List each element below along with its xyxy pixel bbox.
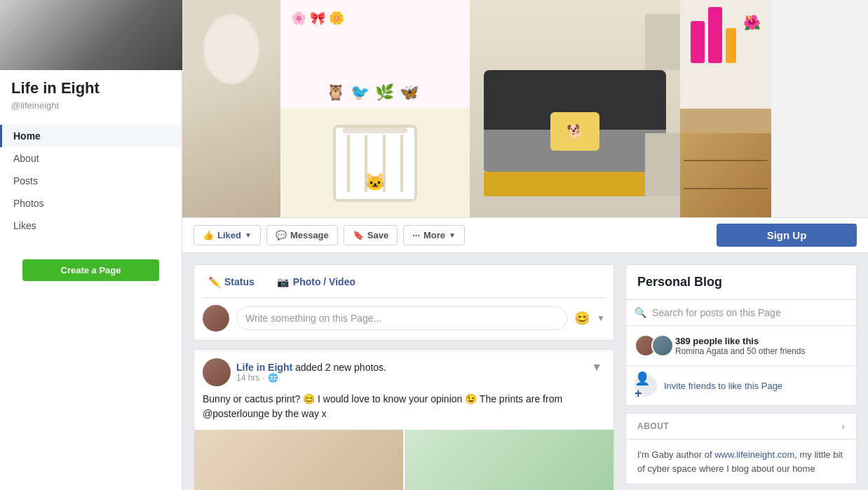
composer-options-button[interactable]: ▼	[597, 313, 605, 323]
post-images	[194, 430, 613, 490]
post-card: Life in Eight added 2 new photos. 14 hrs…	[194, 349, 614, 490]
search-box: 🔍	[626, 300, 856, 326]
search-icon: 🔍	[635, 307, 646, 318]
more-dots-icon: ···	[412, 230, 420, 240]
composer-tabs: ✏️ Status 📷 Photo / Video	[203, 273, 605, 298]
about-panel: ABOUT › I'm Gaby author of www.lifeineig…	[625, 413, 857, 484]
post-meta: 14 hrs · 🌐	[236, 373, 386, 383]
chevron-right-icon[interactable]: ›	[841, 421, 845, 432]
sidebar-nav: Home About Posts Photos Likes	[0, 125, 182, 237]
post-header: Life in Eight added 2 new photos. 14 hrs…	[194, 350, 613, 392]
add-friend-icon: 👤+	[635, 374, 657, 397]
post-author-name[interactable]: Life in Eight added 2 new photos.	[236, 362, 386, 373]
about-description: I'm Gaby author of www.lifeineight.com, …	[637, 448, 845, 475]
post-image-2[interactable]	[405, 430, 613, 490]
sidebar-item-home[interactable]: Home	[0, 125, 182, 147]
message-icon: 💬	[276, 230, 287, 240]
sidebar-item-likes[interactable]: Likes	[0, 215, 182, 237]
sidebar-item-posts[interactable]: Posts	[0, 170, 182, 192]
about-body: I'm Gaby author of www.lifeineight.com, …	[626, 440, 856, 484]
post-author: Life in Eight added 2 new photos. 14 hrs…	[203, 358, 386, 386]
photo-video-tab[interactable]: 📷 Photo / Video	[271, 273, 361, 290]
separator-dot: ·	[262, 373, 264, 383]
post-author-info: Life in Eight added 2 new photos. 14 hrs…	[236, 362, 386, 383]
more-button[interactable]: ··· More ▼	[403, 225, 465, 245]
right-sidebar: Personal Blog 🔍 389 people like this Rom…	[625, 264, 857, 490]
feed-column: ✏️ Status 📷 Photo / Video Write somethin…	[194, 264, 614, 490]
left-sidebar: Life in Eight @lifeineight Home About Po…	[0, 0, 182, 490]
page-handle: @lifeineight	[11, 100, 170, 111]
composer-user-row: Write something on this Page... 😊 ▼	[203, 305, 605, 332]
message-button[interactable]: 💬 Message	[266, 225, 338, 245]
chevron-down-icon: ▼	[449, 231, 456, 239]
sidebar-item-photos[interactable]: Photos	[0, 192, 182, 215]
invite-friends-button[interactable]: Invite friends to like this Page	[664, 381, 782, 391]
search-input[interactable]	[652, 307, 848, 318]
post-author-avatar	[203, 358, 231, 386]
save-button[interactable]: 🔖 Save	[344, 225, 398, 245]
composer-avatar	[203, 305, 229, 332]
emoji-button[interactable]: 😊	[574, 311, 590, 326]
post-menu-button[interactable]: ▼	[588, 358, 605, 376]
action-bar: 👍 Liked ▼ 💬 Message 🔖 Save ··· More ▼	[182, 217, 868, 253]
sidebar-item-about[interactable]: About	[0, 147, 182, 170]
likes-avatars	[635, 334, 668, 357]
likes-friends: Romina Agata and 50 other friends	[675, 346, 848, 356]
about-link[interactable]: www.lifeineight.com	[714, 449, 794, 460]
cover-photo: 🦉🐦🌿🦋 🌸🎀🌼 🐱	[182, 0, 868, 217]
invite-section: 👤+ Invite friends to like this Page	[626, 366, 856, 405]
signup-button[interactable]: Sign Up	[717, 224, 857, 247]
composer-input[interactable]: Write something on this Page...	[236, 306, 567, 330]
likes-section: 389 people like this Romina Agata and 50…	[626, 326, 856, 366]
likes-info: 389 people like this Romina Agata and 50…	[675, 336, 848, 356]
post-body: Bunny or cactus print? 😊 I would love to…	[194, 392, 613, 430]
thumbs-up-icon: 👍	[203, 230, 214, 240]
liked-button[interactable]: 👍 Liked ▼	[194, 225, 261, 245]
page-title: Life in Eight	[11, 79, 170, 99]
globe-icon: 🌐	[268, 373, 278, 383]
camera-icon: 📷	[277, 276, 289, 287]
bookmark-icon: 🔖	[353, 230, 364, 240]
create-page-button[interactable]: Create a Page	[22, 259, 159, 281]
action-bar-left: 👍 Liked ▼ 💬 Message 🔖 Save ··· More ▼	[194, 225, 465, 245]
page-info-panel: Personal Blog 🔍 389 people like this Rom…	[625, 264, 857, 406]
page-type-label: Personal Blog	[626, 265, 856, 300]
main-content: 🦉🐦🌿🦋 🌸🎀🌼 🐱	[182, 0, 868, 490]
about-title: ABOUT	[637, 421, 669, 431]
pencil-icon: ✏️	[208, 276, 220, 287]
likes-avatar-2	[651, 334, 674, 357]
status-tab[interactable]: ✏️ Status	[203, 273, 260, 290]
about-header: ABOUT ›	[626, 414, 856, 440]
dropdown-icon: ▼	[245, 231, 252, 239]
post-composer: ✏️ Status 📷 Photo / Video Write somethin…	[194, 264, 614, 341]
page-avatar	[0, 0, 182, 70]
content-area: ✏️ Status 📷 Photo / Video Write somethin…	[182, 253, 868, 490]
likes-count: 389 people like this	[675, 336, 848, 346]
sidebar-info: Life in Eight @lifeineight	[0, 70, 182, 116]
post-image-1[interactable]	[194, 430, 403, 490]
